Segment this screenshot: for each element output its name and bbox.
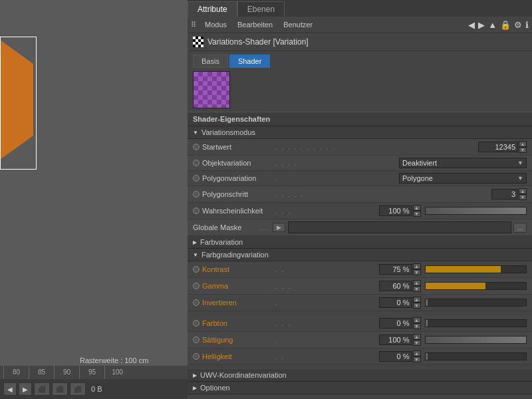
dropdown-arrow-obj: ▼ [517, 160, 523, 166]
subsection-farbgradingvariation[interactable]: Farbgradingvariation [188, 249, 532, 261]
spin-up-startwert[interactable]: ▲ [519, 141, 527, 147]
label-polygonvariation: Polygonvariation [202, 174, 275, 182]
spin-down-inv[interactable]: ▼ [413, 303, 421, 309]
input-kontrast[interactable] [379, 264, 412, 275]
more-btn-globale-maske[interactable]: ... [513, 223, 527, 233]
spinner-invertieren[interactable]: ▲ ▼ [379, 297, 421, 309]
slider-kontrast[interactable] [425, 265, 527, 273]
subsection-farbvariation[interactable]: Farbvariation [188, 236, 532, 249]
menu-bearbeiten[interactable]: Bearbeiten [232, 19, 278, 31]
input-gamma[interactable] [379, 281, 412, 291]
spin-down-saettigung[interactable]: ▼ [413, 340, 421, 346]
settings-icon[interactable]: ⚙ [514, 20, 522, 30]
slider-fill-helligkeit [426, 353, 428, 360]
spinner-farbton[interactable]: ▲ ▼ [379, 317, 421, 329]
slider-fill-wk [426, 207, 527, 214]
back-icon[interactable]: ◀ [468, 20, 475, 30]
sub-tab-basis[interactable]: Basis [193, 55, 228, 68]
spin-down-kontrast[interactable]: ▼ [413, 269, 421, 275]
radio-polygonvariation[interactable] [193, 175, 200, 182]
slider-saettigung[interactable] [425, 336, 527, 344]
radio-objektvariation[interactable] [193, 160, 200, 166]
subsection-uwv[interactable]: UWV-Koordinatenvariation [188, 369, 532, 382]
spinner-btns-startwert: ▲ ▼ [519, 141, 527, 153]
viewport-canvas[interactable]: Rasterweite : 100 cm [0, 0, 188, 399]
spinner-saettigung[interactable]: ▲ ▼ [379, 334, 421, 346]
input-wahrscheinlichkeit[interactable] [379, 205, 412, 216]
dropdown-objektvariation[interactable]: Deaktiviert ▼ [399, 158, 527, 168]
input-farbton[interactable] [379, 318, 412, 329]
menu-benutzer[interactable]: Benutzer [278, 19, 318, 31]
spinner-btns-wk: ▲ ▼ [413, 205, 421, 217]
selection-box [0, 37, 37, 170]
play-btn-globale-maske[interactable]: ▶ [273, 223, 285, 232]
slider-gamma[interactable] [425, 282, 527, 290]
spinner-gamma[interactable]: ▲ ▼ [379, 280, 421, 292]
spin-up-kontrast[interactable]: ▲ [413, 263, 421, 269]
spin-up-helligkeit[interactable]: ▲ [413, 350, 421, 356]
toolbar-btn-1[interactable]: ▶ [19, 382, 32, 396]
content-area[interactable]: Variations-Shader [Variation] Basis Shad… [188, 33, 532, 399]
slider-farbton[interactable] [425, 319, 527, 327]
toolbar-btn-0[interactable]: ◀ [3, 382, 17, 396]
spin-up-saettigung[interactable]: ▲ [413, 334, 421, 340]
radio-gamma[interactable] [193, 283, 200, 289]
slider-fill-saettigung [426, 336, 527, 343]
spin-up-inv[interactable]: ▲ [413, 297, 421, 303]
spin-down-startwert[interactable]: ▼ [519, 147, 527, 153]
radio-invertieren[interactable] [193, 299, 200, 306]
dots-gm: . . . [259, 224, 273, 231]
spinner-helligkeit[interactable]: ▲ ▼ [379, 350, 421, 362]
toolbar-btn-3[interactable]: ⬛ [52, 382, 68, 396]
input-polygonschritt[interactable] [491, 189, 518, 200]
spinner-startwert[interactable]: ▲ ▼ [478, 141, 527, 153]
spin-down-gamma[interactable]: ▼ [413, 286, 421, 292]
spin-up-gamma[interactable]: ▲ [413, 280, 421, 286]
subsection-optionen[interactable]: Optionen [188, 382, 532, 394]
input-invertieren[interactable] [379, 297, 412, 308]
slider-invertieren[interactable] [425, 299, 527, 307]
forward-icon[interactable]: ▶ [478, 20, 485, 30]
spin-down-wk[interactable]: ▼ [413, 211, 421, 217]
spin-down-farbton[interactable]: ▼ [413, 323, 421, 329]
subsection-variationsmodus[interactable]: Variationsmodus [188, 126, 532, 139]
radio-kontrast[interactable] [193, 266, 200, 273]
spinner-btns-kontrast: ▲ ▼ [413, 263, 421, 275]
spinner-btns-farbton: ▲ ▼ [413, 317, 421, 329]
input-saettigung[interactable] [379, 334, 412, 345]
radio-saettigung[interactable] [193, 336, 200, 343]
spin-up-farbton[interactable]: ▲ [413, 317, 421, 323]
radio-startwert[interactable] [193, 144, 200, 150]
slider-helligkeit[interactable] [425, 352, 527, 360]
dropdown-polygonvariation[interactable]: Polygone ▼ [399, 173, 527, 184]
slider-wahrscheinlichkeit[interactable] [425, 207, 527, 215]
tab-attribute[interactable]: Attribute [188, 1, 237, 17]
spin-down-helligkeit[interactable]: ▼ [413, 356, 421, 362]
radio-wahrscheinlichkeit[interactable] [193, 207, 200, 214]
radio-farbton[interactable] [193, 320, 200, 327]
menu-modus[interactable]: Modus [200, 19, 232, 31]
input-globale-maske[interactable] [288, 221, 511, 233]
label-kontrast: Kontrast [202, 265, 275, 273]
lock-icon[interactable]: 🔒 [500, 20, 511, 30]
spin-down-ps[interactable]: ▼ [519, 194, 527, 200]
toolbar-btn-2[interactable]: ⬛ [34, 382, 50, 396]
ruler-mark: 90 [54, 366, 79, 379]
toolbar-btn-4[interactable]: ⬛ [70, 382, 86, 396]
prop-saettigung: Sättigung . ▲ ▼ [188, 332, 532, 348]
info-icon[interactable]: ℹ [525, 20, 529, 30]
spinner-polygonschritt[interactable]: ▲ ▼ [491, 188, 527, 200]
input-helligkeit[interactable] [379, 351, 412, 362]
spin-up-ps[interactable]: ▲ [519, 188, 527, 194]
radio-helligkeit[interactable] [193, 353, 200, 360]
input-startwert[interactable] [478, 142, 518, 152]
tab-ebenen[interactable]: Ebenen [237, 1, 285, 17]
label-invertieren: Invertieren [202, 299, 275, 307]
sub-tab-shader[interactable]: Shader [229, 55, 270, 68]
spinner-wahrscheinlichkeit[interactable]: ▲ ▼ [379, 205, 421, 217]
spinner-kontrast[interactable]: ▲ ▼ [379, 263, 421, 275]
spinner-btns-helligkeit: ▲ ▼ [413, 350, 421, 362]
spin-up-wk[interactable]: ▲ [413, 205, 421, 211]
radio-polygonschritt[interactable] [193, 191, 200, 198]
up-icon[interactable]: ▲ [488, 20, 497, 30]
